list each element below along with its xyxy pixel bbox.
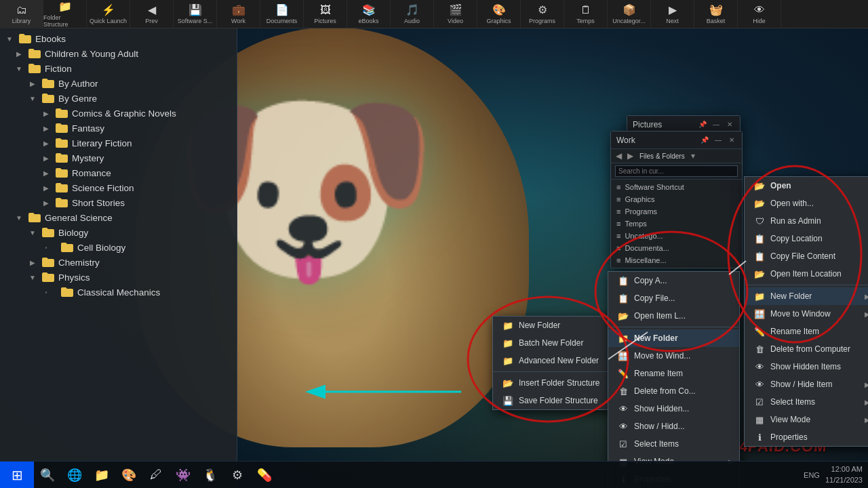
toolbar-prev[interactable]: ◀Prev — [130, 0, 174, 28]
ctx-mid-show-hidden[interactable]: 👁 Show Hidden... — [608, 400, 739, 418]
taskbar-app3[interactable]: 👾 — [171, 463, 195, 487]
romance-toggle[interactable] — [41, 167, 52, 178]
work-forward[interactable]: ▶ — [625, 150, 635, 161]
pictures-minimize[interactable]: — — [711, 120, 721, 129]
by-genre-toggle[interactable] — [27, 93, 38, 104]
toolbar-pictures[interactable]: 🖼Pictures — [304, 0, 347, 28]
work-minimize[interactable]: — — [713, 136, 723, 145]
taskbar-explorer[interactable]: 📁 — [90, 463, 114, 487]
ctx-right-delete[interactable]: 🗑 Delete from Computer — [745, 340, 868, 358]
tree-item-by-genre[interactable]: By Genre — [0, 91, 237, 106]
taskbar-app6[interactable]: 💊 — [252, 463, 277, 487]
work-search-input[interactable] — [615, 165, 738, 177]
toolbar-work[interactable]: 💼Work — [217, 0, 260, 28]
ctx-right-show-hide[interactable]: 👁 Show / Hide Item ▶ — [745, 375, 868, 393]
ctx-mid-open-item[interactable]: 📂 Open Item L... — [608, 307, 739, 325]
taskbar-browser1[interactable]: 🌐 — [62, 463, 87, 487]
ctx-mid-move[interactable]: 🪟 Move to Wind... — [608, 347, 739, 365]
tree-item-mystery[interactable]: Mystery — [0, 150, 237, 165]
pictures-close[interactable]: ✕ — [725, 120, 734, 129]
taskbar-app4[interactable]: 🐧 — [198, 463, 222, 487]
tree-item-chemistry[interactable]: Chemistry — [0, 255, 237, 270]
ctx-right-copy-loc[interactable]: 📋 Copy Location — [745, 230, 868, 247]
pictures-pin[interactable]: 📌 — [698, 120, 707, 129]
tree-item-cell-bio[interactable]: Cell Biology — [0, 240, 237, 255]
start-button[interactable]: ⊞ — [0, 462, 34, 489]
short-stories-toggle[interactable] — [41, 197, 52, 208]
work-item-documenta[interactable]: ≡ Documenta... — [611, 242, 742, 254]
toolbar-software[interactable]: 💾Software S... — [174, 0, 217, 28]
children-toggle[interactable] — [14, 48, 24, 59]
chemistry-toggle[interactable] — [27, 257, 38, 268]
ctx-mid-new-folder[interactable]: 📁 New Folder — [608, 329, 739, 347]
toolbar-ebooks[interactable]: 📚eBooks — [347, 0, 391, 28]
toolbar-next[interactable]: ▶Next — [651, 0, 694, 28]
biology-toggle[interactable] — [27, 227, 38, 238]
ctx-right-open[interactable]: 📂 Open — [745, 177, 868, 195]
tree-item-literary[interactable]: Literary Fiction — [0, 136, 237, 150]
ctx-right-rename[interactable]: ✏️ Rename Item — [745, 323, 868, 340]
taskbar-search[interactable]: 🔍 — [35, 463, 60, 487]
toolbar-programs[interactable]: ⚙Programs — [521, 0, 564, 28]
work-item-programs[interactable]: ≡ Programs — [611, 205, 742, 218]
tree-item-comics[interactable]: Comics & Graphic Novels — [0, 106, 237, 121]
toolbar-quick-launch[interactable]: ⚡Quick Launch — [87, 0, 130, 28]
tree-item-romance[interactable]: Romance — [0, 165, 237, 180]
tree-item-scifi[interactable]: Science Fiction — [0, 180, 237, 195]
tree-item-biology[interactable]: Biology — [0, 225, 237, 240]
tree-item-physics[interactable]: Physics — [0, 270, 237, 285]
ctx-mid-delete[interactable]: 🗑 Delete from Co... — [608, 382, 739, 400]
ctx-right-properties[interactable]: ℹ Properties — [745, 428, 868, 446]
work-back[interactable]: ◀ — [614, 150, 624, 161]
mystery-toggle[interactable] — [41, 152, 52, 163]
ctx-mid-show-hide[interactable]: 👁 Show / Hidd... — [608, 418, 739, 435]
ctx-right-run-admin[interactable]: 🛡 Run as Admin — [745, 212, 868, 230]
toolbar-temps[interactable]: 🗒Temps — [564, 0, 608, 28]
taskbar-app2[interactable]: 🖊 — [144, 463, 168, 487]
ctx-right-open-with[interactable]: 📂 Open with... — [745, 195, 868, 212]
ctx-right-open-item-loc[interactable]: 📂 Open Item Location — [745, 265, 868, 283]
work-item-temps[interactable]: ≡ Temps — [611, 218, 742, 230]
work-item-uncatego[interactable]: ≡ Uncatego... — [611, 230, 742, 242]
taskbar-app1[interactable]: 🎨 — [117, 463, 141, 487]
ctx-right-view[interactable]: ▦ View Mode ▶ — [745, 411, 868, 428]
fiction-toggle[interactable] — [14, 63, 24, 74]
root-toggle[interactable] — [4, 33, 15, 44]
work-close[interactable]: ✕ — [727, 136, 736, 145]
taskbar-app5[interactable]: ⚙ — [225, 463, 250, 487]
general-science-toggle[interactable] — [14, 212, 24, 223]
tree-item-fantasy[interactable]: Fantasy — [0, 121, 237, 136]
work-dropdown[interactable]: ▾ — [689, 150, 697, 161]
work-item-software[interactable]: ≡ Software Shortcut — [611, 181, 742, 193]
tree-item-by-author[interactable]: By Author — [0, 76, 237, 91]
ctx-right-show-hidden[interactable]: 👁 Show Hidden Items — [745, 358, 868, 375]
toolbar-hide[interactable]: 👁Hide — [738, 0, 781, 28]
ctx-mid-copy-file[interactable]: 📋 Copy File... — [608, 289, 739, 307]
tree-item-classical-mech[interactable]: Classical Mechanics — [0, 285, 237, 300]
literary-toggle[interactable] — [41, 138, 52, 148]
ctx-right-new-folder[interactable]: 📁 New Folder ▶ — [745, 287, 868, 305]
toolbar-audio[interactable]: 🎵Audio — [391, 0, 434, 28]
toolbar-basket[interactable]: 🧺Basket — [694, 0, 738, 28]
work-item-graphics[interactable]: ≡ Graphics — [611, 193, 742, 205]
work-pin[interactable]: 📌 — [700, 136, 709, 145]
ctx-right-select[interactable]: ☑ Select Items ▶ — [745, 393, 868, 411]
ctx-right-copy-file-content[interactable]: 📋 Copy File Content — [745, 247, 868, 265]
physics-toggle[interactable] — [27, 272, 38, 283]
toolbar-documents[interactable]: 📄Documents — [260, 0, 304, 28]
scifi-toggle[interactable] — [41, 182, 52, 193]
ctx-right-move[interactable]: 🪟 Move to Window ▶ — [745, 305, 868, 323]
comics-toggle[interactable] — [41, 108, 52, 119]
toolbar-library[interactable]: 🗂Library — [0, 0, 43, 28]
tree-item-children[interactable]: Children & Young Adult — [0, 46, 237, 61]
ctx-mid-copy-a[interactable]: 📋 Copy A... — [608, 272, 739, 289]
fantasy-toggle[interactable] — [41, 123, 52, 134]
tree-item-fiction[interactable]: Fiction — [0, 61, 237, 76]
toolbar-uncategorized[interactable]: 📦Uncategor... — [608, 0, 651, 28]
tree-item-general-science[interactable]: General Science — [0, 210, 237, 225]
ctx-mid-rename[interactable]: ✏️ Rename Item — [608, 365, 739, 382]
toolbar-graphics[interactable]: 🎨Graphics — [477, 0, 521, 28]
toolbar-video[interactable]: 🎬Video — [434, 0, 477, 28]
toolbar-folder-structure[interactable]: 📁Folder Structure — [43, 0, 87, 28]
tree-root-item[interactable]: Ebooks — [0, 31, 237, 46]
